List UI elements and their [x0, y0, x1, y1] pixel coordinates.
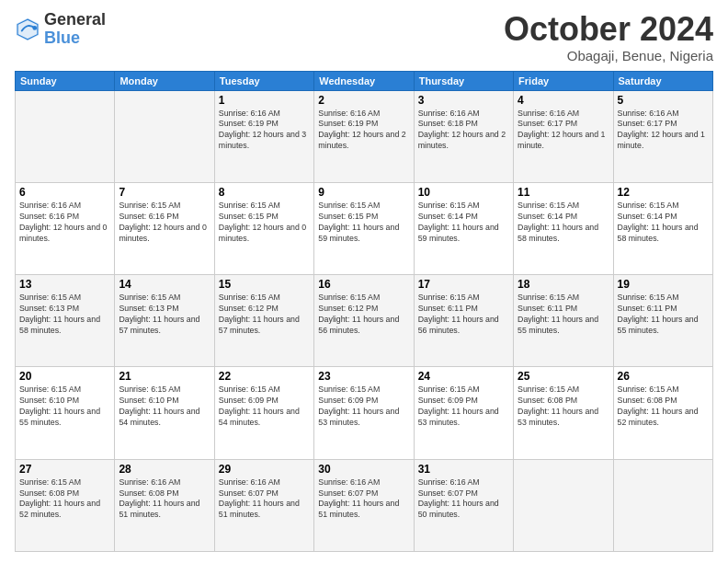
day-number: 4: [518, 94, 609, 107]
calendar-cell: 2Sunrise: 6:16 AM Sunset: 6:19 PM Daylig…: [314, 90, 414, 182]
col-wednesday: Wednesday: [314, 71, 414, 90]
calendar-cell: 25Sunrise: 6:15 AM Sunset: 6:08 PM Dayli…: [514, 367, 613, 459]
day-number: 29: [219, 463, 310, 476]
day-info: Sunrise: 6:15 AM Sunset: 6:11 PM Dayligh…: [418, 293, 509, 337]
logo-text: General Blue: [44, 11, 106, 48]
day-number: 1: [219, 94, 310, 107]
calendar-cell: 28Sunrise: 6:16 AM Sunset: 6:08 PM Dayli…: [115, 459, 214, 551]
col-tuesday: Tuesday: [214, 71, 313, 90]
day-info: Sunrise: 6:16 AM Sunset: 6:19 PM Dayligh…: [219, 109, 310, 153]
week-row-2: 6Sunrise: 6:16 AM Sunset: 6:16 PM Daylig…: [16, 182, 713, 274]
calendar-cell: [115, 90, 214, 182]
page: General Blue October 2024 Obagaji, Benue…: [0, 0, 728, 563]
day-info: Sunrise: 6:15 AM Sunset: 6:08 PM Dayligh…: [19, 477, 110, 522]
day-info: Sunrise: 6:15 AM Sunset: 6:13 PM Dayligh…: [19, 293, 110, 337]
calendar-cell: 16Sunrise: 6:15 AM Sunset: 6:12 PM Dayli…: [314, 275, 414, 367]
logo-icon: [15, 17, 40, 42]
calendar-cell: 14Sunrise: 6:15 AM Sunset: 6:13 PM Dayli…: [115, 275, 214, 367]
calendar-cell: 1Sunrise: 6:16 AM Sunset: 6:19 PM Daylig…: [214, 90, 313, 182]
day-number: 22: [219, 370, 310, 383]
day-number: 21: [119, 370, 210, 383]
week-row-3: 13Sunrise: 6:15 AM Sunset: 6:13 PM Dayli…: [16, 275, 713, 367]
day-number: 17: [418, 278, 509, 291]
col-friday: Friday: [514, 71, 613, 90]
day-number: 23: [318, 370, 409, 383]
day-number: 30: [318, 463, 409, 476]
day-info: Sunrise: 6:16 AM Sunset: 6:07 PM Dayligh…: [418, 477, 509, 522]
calendar-cell: 12Sunrise: 6:15 AM Sunset: 6:14 PM Dayli…: [613, 182, 712, 274]
subtitle: Obagaji, Benue, Nigeria: [504, 48, 713, 63]
calendar-cell: 5Sunrise: 6:16 AM Sunset: 6:17 PM Daylig…: [613, 90, 712, 182]
calendar-cell: 31Sunrise: 6:16 AM Sunset: 6:07 PM Dayli…: [414, 459, 513, 551]
day-number: 13: [19, 278, 110, 291]
day-number: 26: [618, 370, 709, 383]
day-info: Sunrise: 6:15 AM Sunset: 6:09 PM Dayligh…: [318, 385, 409, 429]
day-number: 28: [119, 463, 210, 476]
day-number: 7: [119, 186, 210, 199]
calendar-cell: 26Sunrise: 6:15 AM Sunset: 6:08 PM Dayli…: [613, 367, 712, 459]
calendar-cell: 15Sunrise: 6:15 AM Sunset: 6:12 PM Dayli…: [214, 275, 313, 367]
day-info: Sunrise: 6:15 AM Sunset: 6:15 PM Dayligh…: [318, 201, 409, 245]
calendar-cell: 7Sunrise: 6:15 AM Sunset: 6:16 PM Daylig…: [115, 182, 214, 274]
day-number: 25: [518, 370, 609, 383]
day-info: Sunrise: 6:15 AM Sunset: 6:10 PM Dayligh…: [119, 385, 210, 429]
day-info: Sunrise: 6:15 AM Sunset: 6:12 PM Dayligh…: [219, 293, 310, 337]
day-info: Sunrise: 6:16 AM Sunset: 6:18 PM Dayligh…: [418, 109, 509, 153]
calendar-cell: 10Sunrise: 6:15 AM Sunset: 6:14 PM Dayli…: [414, 182, 513, 274]
day-info: Sunrise: 6:15 AM Sunset: 6:14 PM Dayligh…: [418, 201, 509, 245]
logo-general: General: [44, 11, 106, 29]
week-row-1: 1Sunrise: 6:16 AM Sunset: 6:19 PM Daylig…: [16, 90, 713, 182]
calendar-cell: 22Sunrise: 6:15 AM Sunset: 6:09 PM Dayli…: [214, 367, 313, 459]
day-number: 15: [219, 278, 310, 291]
day-number: 11: [518, 186, 609, 199]
calendar-cell: 27Sunrise: 6:15 AM Sunset: 6:08 PM Dayli…: [16, 459, 115, 551]
day-number: 16: [318, 278, 409, 291]
day-number: 8: [219, 186, 310, 199]
col-saturday: Saturday: [613, 71, 712, 90]
title-block: October 2024 Obagaji, Benue, Nigeria: [504, 11, 713, 63]
day-info: Sunrise: 6:16 AM Sunset: 6:19 PM Dayligh…: [318, 109, 409, 153]
day-number: 14: [119, 278, 210, 291]
week-row-4: 20Sunrise: 6:15 AM Sunset: 6:10 PM Dayli…: [16, 367, 713, 459]
day-info: Sunrise: 6:16 AM Sunset: 6:07 PM Dayligh…: [318, 477, 409, 522]
calendar-cell: 23Sunrise: 6:15 AM Sunset: 6:09 PM Dayli…: [314, 367, 414, 459]
calendar-cell: [16, 90, 115, 182]
day-info: Sunrise: 6:15 AM Sunset: 6:14 PM Dayligh…: [518, 201, 609, 245]
calendar-cell: 18Sunrise: 6:15 AM Sunset: 6:11 PM Dayli…: [514, 275, 613, 367]
day-number: 3: [418, 94, 509, 107]
calendar-cell: 19Sunrise: 6:15 AM Sunset: 6:11 PM Dayli…: [613, 275, 712, 367]
col-sunday: Sunday: [16, 71, 115, 90]
day-number: 19: [618, 278, 709, 291]
day-info: Sunrise: 6:15 AM Sunset: 6:13 PM Dayligh…: [119, 293, 210, 337]
calendar-cell: 3Sunrise: 6:16 AM Sunset: 6:18 PM Daylig…: [414, 90, 513, 182]
month-title: October 2024: [504, 11, 713, 48]
calendar-cell: 20Sunrise: 6:15 AM Sunset: 6:10 PM Dayli…: [16, 367, 115, 459]
header: General Blue October 2024 Obagaji, Benue…: [15, 11, 713, 63]
day-info: Sunrise: 6:15 AM Sunset: 6:09 PM Dayligh…: [219, 385, 310, 429]
day-number: 5: [618, 94, 709, 107]
day-number: 10: [418, 186, 509, 199]
day-number: 27: [19, 463, 110, 476]
day-info: Sunrise: 6:16 AM Sunset: 6:17 PM Dayligh…: [618, 109, 709, 153]
day-info: Sunrise: 6:15 AM Sunset: 6:10 PM Dayligh…: [19, 385, 110, 429]
calendar-cell: 24Sunrise: 6:15 AM Sunset: 6:09 PM Dayli…: [414, 367, 513, 459]
day-number: 12: [618, 186, 709, 199]
calendar-cell: 6Sunrise: 6:16 AM Sunset: 6:16 PM Daylig…: [16, 182, 115, 274]
col-monday: Monday: [115, 71, 214, 90]
day-number: 31: [418, 463, 509, 476]
calendar-header-row: Sunday Monday Tuesday Wednesday Thursday…: [16, 71, 713, 90]
calendar-cell: 9Sunrise: 6:15 AM Sunset: 6:15 PM Daylig…: [314, 182, 414, 274]
day-number: 20: [19, 370, 110, 383]
day-info: Sunrise: 6:16 AM Sunset: 6:16 PM Dayligh…: [19, 201, 110, 245]
col-thursday: Thursday: [414, 71, 513, 90]
logo: General Blue: [15, 11, 106, 48]
day-number: 6: [19, 186, 110, 199]
day-number: 24: [418, 370, 509, 383]
day-info: Sunrise: 6:15 AM Sunset: 6:08 PM Dayligh…: [518, 385, 609, 429]
week-row-5: 27Sunrise: 6:15 AM Sunset: 6:08 PM Dayli…: [16, 459, 713, 551]
calendar-cell: 29Sunrise: 6:16 AM Sunset: 6:07 PM Dayli…: [214, 459, 313, 551]
calendar-cell: 4Sunrise: 6:16 AM Sunset: 6:17 PM Daylig…: [514, 90, 613, 182]
calendar-cell: [613, 459, 712, 551]
day-number: 9: [318, 186, 409, 199]
day-info: Sunrise: 6:16 AM Sunset: 6:08 PM Dayligh…: [119, 477, 210, 522]
